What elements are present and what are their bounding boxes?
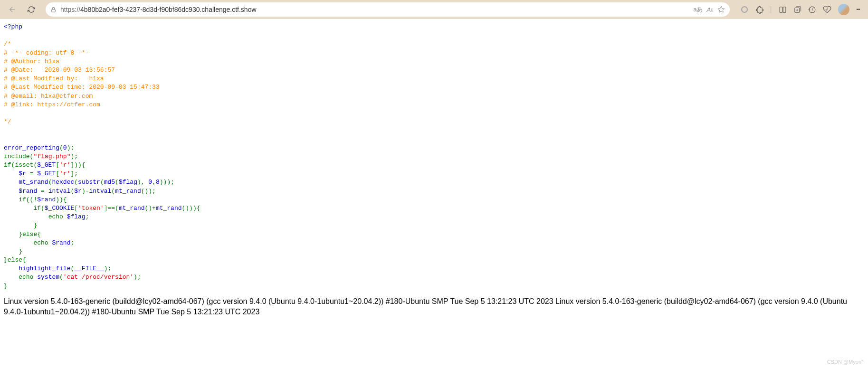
code-token: } (33, 222, 37, 229)
code-token: ( (59, 144, 63, 151)
code-token: = (30, 170, 38, 177)
code-token: ); (70, 153, 78, 160)
code-token: system (37, 274, 59, 281)
code-token: $rand (37, 196, 56, 203)
code-token: 0 (63, 144, 67, 151)
code-token: $r (19, 170, 29, 177)
code-token: $rand (19, 188, 41, 195)
favorite-icon[interactable] (717, 6, 725, 13)
code-token: 8 (156, 179, 160, 186)
code-token: ( (74, 179, 78, 186)
code-token: ]==( (104, 205, 119, 212)
code-token: )- (82, 188, 89, 195)
avatar[interactable] (838, 4, 849, 15)
code-token: mt_srand (19, 179, 48, 186)
code-token: ); (104, 265, 112, 272)
svg-rect-4 (783, 7, 786, 12)
code-token: if(isset( (4, 161, 37, 169)
code-token: } (19, 248, 22, 255)
code-token: $_COOKIE (45, 205, 74, 212)
code-token: "flag.php" (33, 153, 70, 160)
code-token: $flag (119, 179, 137, 186)
page-content: <?php /* # -*- coding: utf-8 -*- # @Auth… (0, 19, 868, 294)
code-token: )){ (56, 196, 67, 203)
code-token: 'cat /proc/version' (63, 274, 134, 281)
code-token: [ (56, 170, 59, 177)
code-token: hexdec (52, 179, 74, 186)
refresh-button[interactable] (24, 2, 39, 17)
code-token: ( (111, 188, 115, 195)
code-token: md5 (104, 179, 115, 186)
code-token: ])){ (70, 161, 85, 169)
lock-icon (50, 7, 57, 13)
code-token: ), (137, 179, 145, 186)
code-token: mt_rand (115, 188, 141, 195)
code-token: [ (56, 161, 59, 169)
code-token: = (41, 188, 48, 195)
code-token: ()); (141, 188, 156, 195)
code-token: 'token' (78, 205, 104, 212)
split-screen-icon[interactable] (779, 6, 787, 14)
code-token: ))); (160, 179, 174, 186)
code-token: $rand (52, 239, 70, 246)
php-open-tag: <?php (4, 23, 22, 30)
code-token: include( (4, 153, 33, 160)
code-token: if( (33, 205, 44, 212)
browser-toolbar: https://4b80b2a0-fef3-4237-8d3d-f90bf86d… (0, 0, 868, 19)
history-icon[interactable] (808, 6, 816, 14)
translate-icon[interactable]: aあ (693, 5, 703, 14)
collections-icon[interactable] (793, 6, 801, 14)
toolbar-right: | ··· (736, 4, 864, 15)
code-token: $_GET (37, 161, 56, 169)
code-token: , (152, 179, 156, 186)
svg-point-2 (742, 7, 747, 12)
separator: | (770, 5, 772, 14)
loading-icon[interactable] (740, 5, 749, 14)
svg-rect-3 (780, 7, 782, 12)
code-token: 0 (148, 179, 152, 186)
more-icon[interactable]: ··· (856, 5, 859, 14)
code-token: echo (48, 213, 67, 220)
code-token: highlight_file (19, 265, 70, 272)
url-text: https://4b80b2a0-fef3-4237-8d3d-f90bf86d… (60, 6, 689, 13)
code-token: echo (33, 239, 52, 246)
svg-rect-0 (52, 9, 56, 11)
code-token: $r (74, 188, 82, 195)
code-token: intval (48, 188, 71, 195)
code-token: ; (86, 213, 89, 220)
code-token: ()+ (145, 205, 156, 212)
code-token: ]; (70, 170, 78, 177)
code-token: $flag (67, 213, 86, 220)
code-token: $_GET (37, 170, 56, 177)
code-token: mt_rand (119, 205, 145, 212)
address-bar[interactable]: https://4b80b2a0-fef3-4237-8d3d-f90bf86d… (46, 2, 730, 17)
code-token: ( (115, 179, 119, 186)
back-button[interactable] (5, 2, 20, 17)
extensions-icon[interactable] (755, 6, 763, 14)
code-token: }else{ (4, 256, 26, 264)
code-token: intval (89, 188, 111, 195)
code-token: mt_rand (156, 205, 182, 212)
code-token: ); (67, 144, 75, 151)
code-token: } (4, 283, 8, 290)
code-token: ); (134, 274, 141, 281)
code-token: substr (78, 179, 100, 186)
code-token: ( (100, 179, 104, 186)
system-output: Linux version 5.4.0-163-generic (buildd@… (0, 294, 868, 320)
code-token: if((! (19, 196, 37, 203)
code-token: ())){ (182, 205, 200, 212)
code-token: __FILE__ (74, 265, 104, 272)
performance-icon[interactable] (823, 5, 831, 14)
code-token: error_reporting (4, 144, 59, 151)
code-token: ( (59, 274, 63, 281)
code-token: }else{ (19, 231, 41, 238)
code-token: echo (19, 274, 37, 281)
comment-block: /* # -*- coding: utf-8 -*- # @Author: h1… (4, 40, 160, 125)
code-token: ; (70, 239, 74, 246)
code-token: 'r' (59, 170, 70, 177)
read-aloud-icon[interactable]: A)) (707, 6, 714, 13)
code-token: 'r' (59, 161, 70, 169)
code-token: [ (74, 205, 78, 212)
svg-marker-1 (718, 6, 724, 12)
